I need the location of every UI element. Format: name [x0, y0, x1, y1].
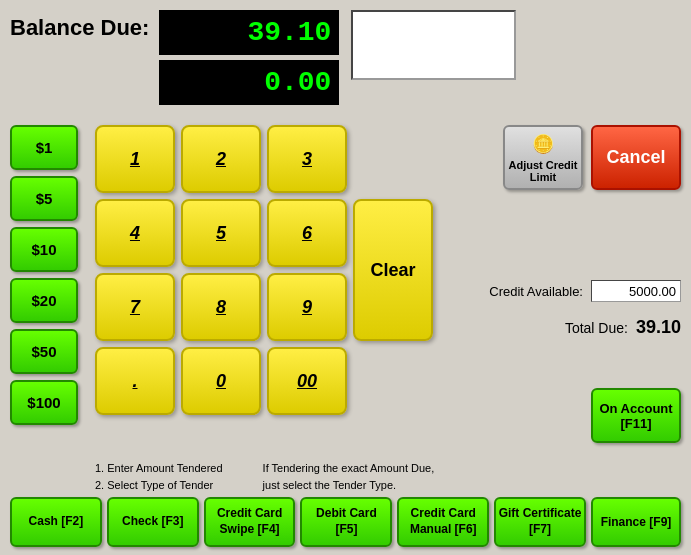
instructions-left: 1. Enter Amount Tendered 2. Select Type … [95, 460, 223, 495]
numpad-grid: 1 2 3 4 5 6 Clear 7 8 9 . 0 00 [95, 125, 433, 415]
total-due-value: 39.10 [636, 317, 681, 338]
num-btn-dot[interactable]: . [95, 347, 175, 415]
tender-credit-manual-button[interactable]: Credit CardManual [F6] [397, 497, 489, 547]
denom-btn-10[interactable]: $10 [10, 227, 78, 272]
main-display: 39.10 [159, 10, 339, 55]
denom-btn-20[interactable]: $20 [10, 278, 78, 323]
secondary-display: 0.00 [159, 60, 339, 105]
tender-row: Cash [F2] Check [F3] Credit CardSwipe [F… [10, 497, 681, 547]
credit-available-value: 5000.00 [591, 280, 681, 302]
num-btn-3[interactable]: 3 [267, 125, 347, 193]
denom-btn-5[interactable]: $5 [10, 176, 78, 221]
header-area: Balance Due: 39.10 0.00 [10, 10, 681, 105]
total-due-label: Total Due: [565, 320, 628, 336]
num-btn-6[interactable]: 6 [267, 199, 347, 267]
denom-btn-100[interactable]: $100 [10, 380, 78, 425]
instruction-line2: 2. Select Type of Tender [95, 477, 223, 495]
tender-cash-button[interactable]: Cash [F2] [10, 497, 102, 547]
num-btn-8[interactable]: 8 [181, 273, 261, 341]
num-btn-2[interactable]: 2 [181, 125, 261, 193]
displays-column: 39.10 0.00 [159, 10, 339, 105]
secondary-value: 0.00 [264, 67, 331, 98]
num-btn-1[interactable]: 1 [95, 125, 175, 193]
num-btn-4[interactable]: 4 [95, 199, 175, 267]
credit-available-row: Credit Available: 5000.00 [489, 280, 681, 302]
adjust-credit-button[interactable]: 🪙 Adjust CreditLimit [503, 125, 583, 190]
num-btn-5[interactable]: 5 [181, 199, 261, 267]
main-container: Balance Due: 39.10 0.00 $1 $5 $10 $20 $5… [0, 0, 691, 555]
num-btn-0[interactable]: 0 [181, 347, 261, 415]
right-panel: 🪙 Adjust CreditLimit Cancel Credit Avail… [489, 125, 681, 443]
balance-label: Balance Due: [10, 10, 149, 41]
denom-btn-1[interactable]: $1 [10, 125, 78, 170]
adjust-credit-label: Adjust CreditLimit [508, 159, 577, 183]
numpad-area: 1 2 3 4 5 6 Clear 7 8 9 . 0 00 [95, 125, 433, 415]
total-due-row: Total Due: 39.10 [565, 317, 681, 338]
instruction-line1: 1. Enter Amount Tendered [95, 460, 223, 478]
tender-credit-swipe-button[interactable]: Credit CardSwipe [F4] [204, 497, 296, 547]
denom-btn-50[interactable]: $50 [10, 329, 78, 374]
coin-icon: 🪙 [532, 133, 554, 155]
denomination-column: $1 $5 $10 $20 $50 $100 [10, 125, 78, 425]
num-btn-9[interactable]: 9 [267, 273, 347, 341]
num-btn-00[interactable]: 00 [267, 347, 347, 415]
instructions-area: 1. Enter Amount Tendered 2. Select Type … [95, 460, 434, 495]
on-account-button[interactable]: On Account [F11] [591, 388, 681, 443]
input-display-box[interactable] [351, 10, 516, 80]
tender-check-button[interactable]: Check [F3] [107, 497, 199, 547]
credit-available-label: Credit Available: [489, 284, 583, 299]
tender-debit-button[interactable]: Debit Card[F5] [300, 497, 392, 547]
instruction-line4: just select the Tender Type. [263, 477, 435, 495]
tender-gift-cert-button[interactable]: Gift Certificate[F7] [494, 497, 586, 547]
clear-button[interactable]: Clear [353, 199, 433, 341]
balance-value: 39.10 [247, 17, 331, 48]
cancel-button[interactable]: Cancel [591, 125, 681, 190]
instructions-right: If Tendering the exact Amount Due, just … [263, 460, 435, 495]
num-btn-7[interactable]: 7 [95, 273, 175, 341]
top-right-buttons: 🪙 Adjust CreditLimit Cancel [503, 125, 681, 190]
instruction-line3: If Tendering the exact Amount Due, [263, 460, 435, 478]
finance-button[interactable]: Finance [F9] [591, 497, 681, 547]
